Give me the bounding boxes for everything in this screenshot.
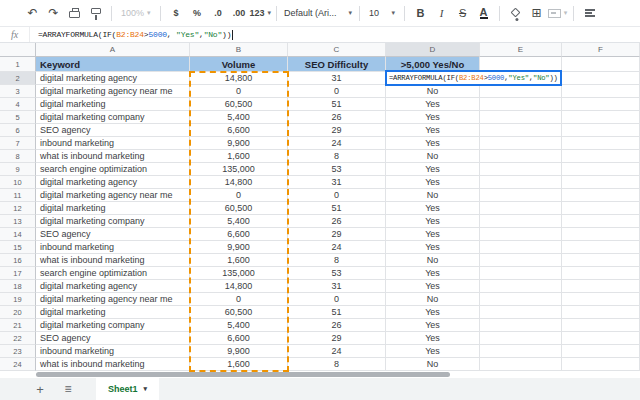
merge-cells-button[interactable]: ▾	[547, 3, 568, 23]
cell-f12[interactable]	[562, 202, 640, 215]
undo-button[interactable]: ↶	[22, 3, 43, 23]
cell-c8[interactable]: 8	[288, 150, 386, 163]
cell-b16[interactable]: 1,600	[190, 254, 288, 267]
cell-d8[interactable]: No	[386, 150, 480, 163]
row-header[interactable]: 12	[0, 202, 36, 215]
row-header[interactable]: 5	[0, 111, 36, 124]
cell-b6[interactable]: 6,600	[190, 124, 288, 137]
cell-f18[interactable]	[562, 280, 640, 293]
font-size-select[interactable]: 10 ▾	[365, 8, 399, 18]
font-select[interactable]: Default (Ari... ▾	[282, 8, 354, 18]
cell-c24[interactable]: 8	[288, 358, 386, 371]
cell-b24[interactable]: 1,600	[190, 358, 288, 371]
cell-b7[interactable]: 9,900	[190, 137, 288, 150]
cell-d7[interactable]: Yes	[386, 137, 480, 150]
active-cell-editor[interactable]: =ARRAYFORMULA(IF(B2:B24>5000, "Yes","No"…	[385, 70, 562, 86]
formula-input[interactable]: =ARRAYFORMULA(IF(B2:B24>5000, "Yes","No"…	[38, 30, 233, 40]
cell-a11[interactable]: digital marketing agency near me	[36, 189, 190, 202]
row-header[interactable]: 22	[0, 332, 36, 345]
cell-a21[interactable]: digital marketing company	[36, 319, 190, 332]
cell-c15[interactable]: 24	[288, 241, 386, 254]
cell-d18[interactable]: Yes	[386, 280, 480, 293]
cell-b17[interactable]: 135,000	[190, 267, 288, 280]
cell-d22[interactable]: Yes	[386, 332, 480, 345]
cell-f7[interactable]	[562, 137, 640, 150]
cell-b12[interactable]: 60,500	[190, 202, 288, 215]
redo-button[interactable]: ↷	[43, 3, 64, 23]
cell-c19[interactable]: 0	[288, 293, 386, 306]
cell-c10[interactable]: 31	[288, 176, 386, 189]
cell-f22[interactable]	[562, 332, 640, 345]
column-header-e[interactable]: E	[480, 43, 562, 57]
cell-a23[interactable]: inbound marketing	[36, 345, 190, 358]
cell-c5[interactable]: 26	[288, 111, 386, 124]
cell-d19[interactable]: No	[386, 293, 480, 306]
cell-e19[interactable]	[480, 293, 562, 306]
cell-a3[interactable]: digital marketing agency near me	[36, 85, 190, 98]
cell-d3[interactable]: No	[386, 85, 480, 98]
cell-a2[interactable]: digital marketing agency	[36, 72, 190, 85]
cell-f8[interactable]	[562, 150, 640, 163]
cell-a6[interactable]: SEO agency	[36, 124, 190, 137]
cell-d14[interactable]: Yes	[386, 228, 480, 241]
cell-b5[interactable]: 5,400	[190, 111, 288, 124]
format-percent-button[interactable]: %	[187, 3, 208, 23]
cell-c7[interactable]: 24	[288, 137, 386, 150]
cell-a10[interactable]: digital marketing agency	[36, 176, 190, 189]
cell-f15[interactable]	[562, 241, 640, 254]
cell-a24[interactable]: what is inbound marketing	[36, 358, 190, 371]
cell-c21[interactable]: 26	[288, 319, 386, 332]
cell-a5[interactable]: digital marketing company	[36, 111, 190, 124]
scrollbar-thumb[interactable]	[36, 372, 450, 377]
cell-b21[interactable]: 5,400	[190, 319, 288, 332]
cell-f17[interactable]	[562, 267, 640, 280]
cell-a22[interactable]: SEO agency	[36, 332, 190, 345]
cell-d10[interactable]: Yes	[386, 176, 480, 189]
cell-c22[interactable]: 29	[288, 332, 386, 345]
row-header[interactable]: 16	[0, 254, 36, 267]
increase-decimal-button[interactable]: .00	[229, 3, 250, 23]
cell-f19[interactable]	[562, 293, 640, 306]
cell-e24[interactable]	[480, 358, 562, 371]
cell-f2[interactable]	[562, 72, 640, 85]
cell-f9[interactable]	[562, 163, 640, 176]
decrease-decimal-button[interactable]: .0	[208, 3, 229, 23]
cell-e12[interactable]	[480, 202, 562, 215]
paint-format-button[interactable]	[85, 3, 106, 23]
cell-a13[interactable]: digital marketing company	[36, 215, 190, 228]
cell-d6[interactable]: Yes	[386, 124, 480, 137]
row-header[interactable]: 4	[0, 98, 36, 111]
cell-d15[interactable]: Yes	[386, 241, 480, 254]
row-header[interactable]: 9	[0, 163, 36, 176]
cell-f21[interactable]	[562, 319, 640, 332]
cell-c20[interactable]: 51	[288, 306, 386, 319]
row-header[interactable]: 18	[0, 280, 36, 293]
cell-a14[interactable]: SEO agency	[36, 228, 190, 241]
row-header[interactable]: 13	[0, 215, 36, 228]
row-header[interactable]: 19	[0, 293, 36, 306]
cell-c2[interactable]: 31	[288, 72, 386, 85]
cell-b14[interactable]: 6,600	[190, 228, 288, 241]
cell-a7[interactable]: inbound marketing	[36, 137, 190, 150]
cell-b8[interactable]: 1,600	[190, 150, 288, 163]
column-header-a[interactable]: A	[36, 43, 190, 57]
cell-f4[interactable]	[562, 98, 640, 111]
row-header[interactable]: 11	[0, 189, 36, 202]
cell-e8[interactable]	[480, 150, 562, 163]
cell-e3[interactable]	[480, 85, 562, 98]
cell-c14[interactable]: 29	[288, 228, 386, 241]
cell-e18[interactable]	[480, 280, 562, 293]
cell-d16[interactable]: No	[386, 254, 480, 267]
cell-c3[interactable]: 0	[288, 85, 386, 98]
cell-c18[interactable]: 31	[288, 280, 386, 293]
cell-f10[interactable]	[562, 176, 640, 189]
cell-e17[interactable]	[480, 267, 562, 280]
cell-d9[interactable]: Yes	[386, 163, 480, 176]
cell-c13[interactable]: 26	[288, 215, 386, 228]
cell-d12[interactable]: Yes	[386, 202, 480, 215]
cell-e7[interactable]	[480, 137, 562, 150]
cell-a16[interactable]: what is inbound marketing	[36, 254, 190, 267]
cell-d23[interactable]: Yes	[386, 345, 480, 358]
cell-a20[interactable]: digital marketing	[36, 306, 190, 319]
cell-d20[interactable]: Yes	[386, 306, 480, 319]
